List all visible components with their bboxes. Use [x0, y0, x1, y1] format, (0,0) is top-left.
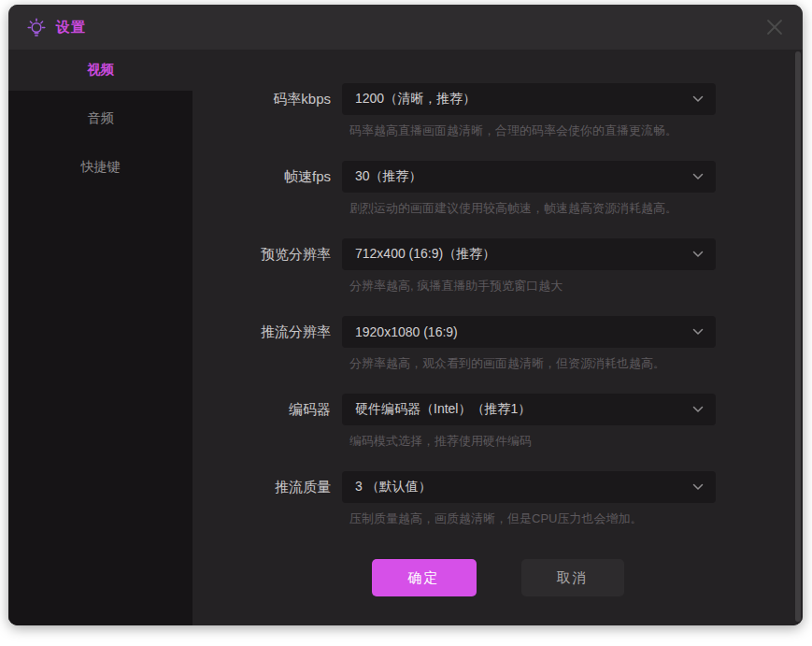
chevron-down-icon [692, 328, 704, 336]
field-hint: 分辨率越高，观众看到的画面越清晰，但资源消耗也越高。 [349, 355, 716, 372]
dropdown-select[interactable]: 硬件编码器（Intel）（推荐1） [342, 394, 716, 425]
sidebar-item-2[interactable]: 快捷键 [8, 147, 192, 188]
titlebar: 设置 [8, 5, 803, 50]
window-body: 视频 音频 快捷键 码率kbps 1200（清晰，推荐） 码率越高直播画面越清晰… [8, 50, 803, 625]
sidebar-item-label: 视频 [88, 62, 114, 79]
form-row: 推流质量 3 （默认值） 压制质量越高，画质越清晰，但是CPU压力也会增加。 [192, 471, 803, 527]
form-row: 预览分辨率 712x400 (16:9)（推荐） 分辨率越高, 疯播直播助手预览… [192, 238, 803, 294]
field-label: 预览分辨率 [192, 238, 331, 294]
dropdown-value: 3 （默认值） [355, 479, 432, 495]
sidebar-item-1[interactable]: 音频 [8, 98, 192, 139]
sidebar: 视频 音频 快捷键 [8, 50, 192, 625]
form-row: 推流分辨率 1920x1080 (16:9) 分辨率越高，观众看到的画面越清晰，… [192, 316, 803, 372]
field-label: 帧速fps [192, 161, 331, 217]
dropdown-value: 30（推荐） [355, 168, 422, 185]
dropdown-select[interactable]: 30（推荐） [342, 161, 716, 193]
field-hint: 压制质量越高，画质越清晰，但是CPU压力也会增加。 [349, 510, 716, 527]
form-rows: 码率kbps 1200（清晰，推荐） 码率越高直播画面越清晰，合理的码率会使你的… [192, 83, 803, 527]
close-icon[interactable] [762, 14, 788, 40]
ok-button[interactable]: 确定 [372, 559, 477, 596]
dropdown-value: 1200（清晰，推荐） [355, 91, 476, 108]
field-label: 推流分辨率 [192, 316, 331, 372]
form-row: 编码器 硬件编码器（Intel）（推荐1） 编码模式选择，推荐使用硬件编码 [192, 394, 803, 450]
settings-window: 设置 视频 音频 快捷键 码率kbps 1200（清晰，推荐） [8, 5, 803, 625]
field-hint: 编码模式选择，推荐使用硬件编码 [349, 433, 716, 450]
dropdown-select[interactable]: 3 （默认值） [342, 471, 716, 503]
chevron-down-icon [692, 251, 704, 258]
chevron-down-icon [692, 95, 704, 103]
footer: 确定 取消 [192, 559, 803, 596]
sidebar-item-label: 音频 [88, 110, 114, 127]
cancel-button[interactable]: 取消 [521, 559, 624, 596]
sidebar-item-label: 快捷键 [81, 159, 121, 176]
sidebar-item-0[interactable]: 视频 [8, 50, 192, 91]
chevron-down-icon [692, 483, 704, 491]
dropdown-value: 硬件编码器（Intel）（推荐1） [355, 401, 531, 418]
field-label: 推流质量 [192, 471, 331, 527]
dropdown-value: 1920x1080 (16:9) [355, 324, 458, 339]
dropdown-select[interactable]: 712x400 (16:9)（推荐） [342, 238, 716, 270]
field-hint: 分辨率越高, 疯播直播助手预览窗口越大 [349, 278, 716, 294]
vertical-scrollbar[interactable] [795, 51, 801, 622]
field-hint: 剧烈运动的画面建议使用较高帧速，帧速越高资源消耗越高。 [349, 200, 716, 217]
dropdown-select[interactable]: 1920x1080 (16:9) [342, 316, 716, 348]
chevron-down-icon [692, 173, 704, 180]
chevron-down-icon [692, 406, 704, 413]
form-row: 码率kbps 1200（清晰，推荐） 码率越高直播画面越清晰，合理的码率会使你的… [192, 83, 803, 139]
field-label: 编码器 [192, 394, 331, 450]
window-title: 设置 [56, 19, 86, 36]
bulb-icon [25, 14, 48, 40]
dropdown-value: 712x400 (16:9)（推荐） [355, 246, 495, 263]
settings-panel-video: 码率kbps 1200（清晰，推荐） 码率越高直播画面越清晰，合理的码率会使你的… [192, 50, 803, 625]
form-row: 帧速fps 30（推荐） 剧烈运动的画面建议使用较高帧速，帧速越高资源消耗越高。 [192, 161, 803, 217]
field-label: 码率kbps [192, 83, 331, 139]
dropdown-select[interactable]: 1200（清晰，推荐） [342, 83, 716, 115]
field-hint: 码率越高直播画面越清晰，合理的码率会使你的直播更流畅。 [349, 122, 716, 139]
